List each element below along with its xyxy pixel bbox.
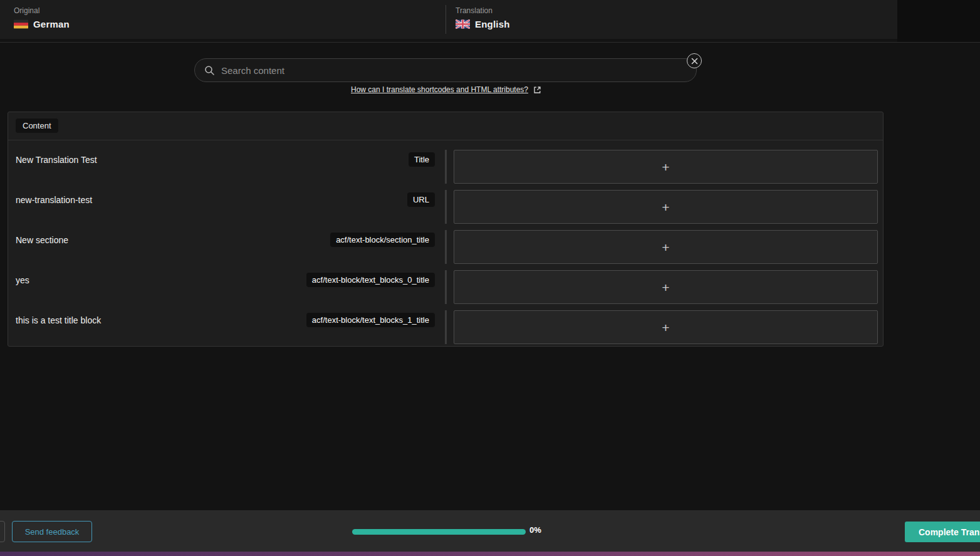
translation-language-name: English xyxy=(475,19,510,29)
field-badge: acf/text-block/text_blocks_1_title xyxy=(306,313,435,327)
translation-row: New Translation Test Title + xyxy=(8,150,883,184)
send-feedback-button[interactable]: Send feedback xyxy=(12,521,92,542)
plus-icon: + xyxy=(662,160,669,174)
row-divider xyxy=(445,190,447,224)
search-input[interactable] xyxy=(221,65,660,76)
german-flag-icon xyxy=(14,19,28,29)
original-language-name: German xyxy=(33,19,70,29)
external-link-icon xyxy=(533,86,541,94)
plus-icon: + xyxy=(662,201,669,214)
progress-percent: 0% xyxy=(529,525,541,535)
source-text: New Translation Test xyxy=(16,154,97,165)
translation-row: new-translation-test URL + xyxy=(8,190,883,224)
close-icon xyxy=(691,58,698,65)
add-translation-button[interactable]: + xyxy=(454,230,878,264)
translation-row: this is a test title block acf/text-bloc… xyxy=(8,310,883,344)
search-bar[interactable] xyxy=(194,58,697,82)
source-text: new-translation-test xyxy=(16,194,92,206)
translation-row: yes acf/text-block/text_blocks_0_title + xyxy=(8,270,883,304)
add-translation-button[interactable]: + xyxy=(454,190,878,224)
row-divider xyxy=(445,310,447,344)
source-text: New sectione xyxy=(16,234,68,246)
progress-bar xyxy=(352,529,526,535)
panel-divider xyxy=(8,140,883,140)
offscreen-button-edge[interactable] xyxy=(0,521,5,542)
plus-icon: + xyxy=(662,281,669,294)
add-translation-button[interactable]: + xyxy=(454,150,878,184)
search-icon xyxy=(204,65,215,76)
close-button[interactable] xyxy=(687,53,702,68)
plus-icon: + xyxy=(662,241,669,254)
row-divider xyxy=(445,150,447,184)
content-section-tag: Content xyxy=(16,118,58,133)
complete-translation-button[interactable]: Complete Translation xyxy=(905,522,980,542)
source-text: this is a test title block xyxy=(16,315,101,326)
add-translation-button[interactable]: + xyxy=(454,270,878,304)
translation-label: Translation xyxy=(456,6,510,15)
shortcodes-help-link[interactable]: How can I translate shortcodes and HTML … xyxy=(351,85,528,94)
content-panel: Content New Translation Test Title + new… xyxy=(8,112,884,347)
field-badge: acf/text-block/text_blocks_0_title xyxy=(306,273,435,287)
original-label: Original xyxy=(14,6,70,15)
source-text: yes xyxy=(16,275,29,286)
translation-row: New sectione acf/text-block/section_titl… xyxy=(8,230,883,264)
original-language-panel: Original German xyxy=(14,0,70,39)
row-divider xyxy=(445,270,447,304)
field-badge: acf/text-block/section_title xyxy=(330,233,435,247)
help-row: How can I translate shortcodes and HTML … xyxy=(0,85,892,94)
bottom-accent-strip xyxy=(0,552,980,556)
footer-bar: Send feedback 0% Complete Translation xyxy=(0,510,980,552)
uk-flag-icon xyxy=(456,19,470,29)
header-bottom-divider xyxy=(0,42,980,43)
translation-editor: Original German Translation xyxy=(0,0,980,556)
plus-icon: + xyxy=(662,321,669,334)
header-corner-fill xyxy=(897,0,980,42)
field-badge: URL xyxy=(407,192,435,207)
add-translation-button[interactable]: + xyxy=(454,310,878,344)
language-header: Original German Translation xyxy=(0,0,897,39)
row-divider xyxy=(445,230,447,264)
translation-language-panel: Translation English xyxy=(456,0,510,39)
field-badge: Title xyxy=(409,152,435,167)
header-divider xyxy=(446,5,446,34)
